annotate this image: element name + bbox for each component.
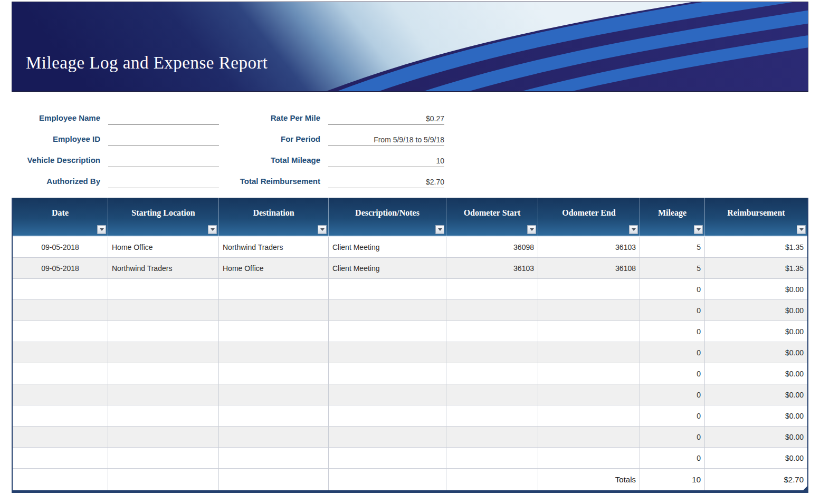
cell[interactable] — [446, 363, 538, 384]
cell[interactable] — [329, 384, 446, 405]
cell[interactable] — [538, 448, 640, 468]
cell[interactable]: $0.00 — [705, 279, 807, 299]
for-period-field[interactable]: From 5/9/18 to 5/9/18 — [328, 131, 444, 146]
cell[interactable] — [219, 300, 329, 321]
cell[interactable]: Client Meeting — [329, 237, 446, 257]
cell[interactable]: Northwind Traders — [108, 258, 219, 278]
cell[interactable]: 5 — [640, 258, 705, 278]
cell[interactable] — [446, 321, 538, 342]
cell[interactable] — [329, 279, 446, 299]
rate-per-mile-field[interactable]: $0.27 — [328, 110, 444, 125]
cell[interactable] — [13, 469, 108, 490]
total-reimbursement-field[interactable]: $2.70 — [328, 173, 444, 188]
cell[interactable]: 36098 — [446, 237, 538, 257]
cell[interactable]: $1.35 — [705, 258, 807, 278]
cell[interactable] — [13, 384, 108, 405]
totals-mileage-cell[interactable]: 10 — [640, 469, 705, 490]
cell[interactable]: $0.00 — [705, 384, 807, 405]
filter-dropdown-button[interactable] — [97, 225, 106, 234]
cell[interactable] — [538, 342, 640, 363]
cell[interactable] — [219, 363, 329, 384]
totals-reimbursement-cell[interactable]: $2.70 — [705, 469, 807, 490]
cell[interactable]: 0 — [640, 384, 705, 405]
cell[interactable] — [329, 469, 446, 490]
cell[interactable] — [538, 300, 640, 321]
cell[interactable] — [329, 427, 446, 447]
cell[interactable] — [219, 405, 329, 426]
filter-dropdown-button[interactable] — [318, 225, 327, 234]
cell[interactable]: 0 — [640, 427, 705, 447]
totals-label-cell[interactable]: Totals — [538, 469, 640, 490]
cell[interactable]: $0.00 — [705, 448, 807, 468]
cell[interactable]: Home Office — [108, 237, 219, 257]
cell[interactable]: 36103 — [446, 258, 538, 278]
cell[interactable]: 09-05-2018 — [13, 237, 108, 257]
cell[interactable] — [108, 279, 219, 299]
cell[interactable]: 09-05-2018 — [13, 258, 108, 278]
cell[interactable]: Northwind Traders — [219, 237, 329, 257]
cell[interactable] — [219, 427, 329, 447]
cell[interactable]: 36108 — [538, 258, 640, 278]
cell[interactable]: Client Meeting — [329, 258, 446, 278]
cell[interactable] — [538, 384, 640, 405]
cell[interactable] — [13, 448, 108, 468]
cell[interactable] — [538, 405, 640, 426]
cell[interactable] — [446, 342, 538, 363]
cell[interactable] — [108, 405, 219, 426]
cell[interactable]: $0.00 — [705, 342, 807, 363]
cell[interactable]: 36103 — [538, 237, 640, 257]
cell[interactable] — [13, 300, 108, 321]
cell[interactable] — [13, 405, 108, 426]
cell[interactable] — [446, 427, 538, 447]
cell[interactable] — [219, 448, 329, 468]
cell[interactable] — [538, 321, 640, 342]
cell[interactable] — [108, 342, 219, 363]
cell[interactable] — [13, 427, 108, 447]
cell[interactable] — [108, 363, 219, 384]
cell[interactable] — [329, 342, 446, 363]
cell[interactable] — [219, 279, 329, 299]
cell[interactable] — [108, 384, 219, 405]
cell[interactable] — [219, 384, 329, 405]
cell[interactable] — [219, 321, 329, 342]
cell[interactable] — [219, 469, 329, 490]
cell[interactable]: 0 — [640, 321, 705, 342]
table-resize-handle[interactable] — [803, 486, 807, 490]
cell[interactable] — [108, 427, 219, 447]
cell[interactable]: 0 — [640, 342, 705, 363]
cell[interactable]: $1.35 — [705, 237, 807, 257]
cell[interactable] — [329, 363, 446, 384]
cell[interactable] — [329, 448, 446, 468]
cell[interactable] — [108, 469, 219, 490]
cell[interactable] — [446, 384, 538, 405]
cell[interactable] — [446, 405, 538, 426]
cell[interactable]: 0 — [640, 363, 705, 384]
cell[interactable] — [13, 321, 108, 342]
cell[interactable] — [538, 279, 640, 299]
filter-dropdown-button[interactable] — [527, 225, 536, 234]
cell[interactable]: 0 — [640, 300, 705, 321]
cell[interactable] — [13, 342, 108, 363]
filter-dropdown-button[interactable] — [629, 225, 638, 234]
cell[interactable]: 5 — [640, 237, 705, 257]
filter-dropdown-button[interactable] — [797, 225, 806, 234]
cell[interactable] — [446, 279, 538, 299]
cell[interactable]: $0.00 — [705, 427, 807, 447]
cell[interactable]: $0.00 — [705, 363, 807, 384]
cell[interactable] — [329, 300, 446, 321]
cell[interactable] — [108, 448, 219, 468]
cell[interactable] — [538, 427, 640, 447]
filter-dropdown-button[interactable] — [694, 225, 703, 234]
cell[interactable] — [219, 342, 329, 363]
cell[interactable] — [446, 469, 538, 490]
cell[interactable] — [108, 321, 219, 342]
cell[interactable] — [446, 300, 538, 321]
total-mileage-field[interactable]: 10 — [328, 152, 444, 167]
cell[interactable]: $0.00 — [705, 300, 807, 321]
cell[interactable]: 0 — [640, 405, 705, 426]
filter-dropdown-button[interactable] — [435, 225, 444, 234]
cell[interactable] — [13, 279, 108, 299]
cell[interactable]: Home Office — [219, 258, 329, 278]
cell[interactable]: $0.00 — [705, 321, 807, 342]
cell[interactable] — [538, 363, 640, 384]
